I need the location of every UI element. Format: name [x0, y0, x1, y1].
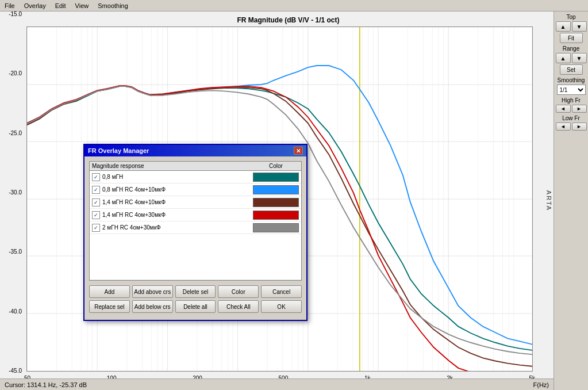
right-panel: Top ▲ ▼ Fit Range ▲ ▼ Set Smoothing 1/1 …: [554, 12, 588, 390]
menu-edit[interactable]: Edit: [53, 2, 68, 10]
delete-sel-button[interactable]: Delete sel: [175, 285, 216, 298]
menu-smoothing[interactable]: Smoothing: [95, 2, 130, 10]
dialog-buttons-row1: Add Add above crs Delete sel Color Cance…: [89, 285, 302, 298]
table-row[interactable]: ✓ 2 мГН RC 4ом+30мкФ: [90, 221, 301, 234]
ok-button[interactable]: OK: [261, 300, 302, 313]
top-down-button[interactable]: ▼: [572, 21, 587, 32]
set-button[interactable]: Set: [560, 64, 583, 75]
row-color-1[interactable]: [253, 185, 299, 194]
row-name-2: 1,4 мГН RC 4ом+10мкФ: [102, 199, 253, 205]
top-label: Top: [566, 14, 575, 20]
row-color-2[interactable]: [253, 198, 299, 207]
dialog-titlebar: FR Overlay Manager ✕: [84, 145, 306, 156]
row-name-3: 1,4 мГН RC 4ом+30мкФ: [102, 212, 253, 218]
smoothing-group: Smoothing 1/1 1/3 1/6 1/12 None: [556, 77, 586, 95]
range-up-button[interactable]: ▲: [556, 53, 571, 63]
fr-overlay-dialog[interactable]: FR Overlay Manager ✕ Magnitude response …: [83, 144, 308, 321]
row-name-1: 0,8 мГН RC 4ом+10мкФ: [102, 186, 253, 193]
top-group: Top ▲ ▼ Fit: [556, 14, 586, 43]
high-fr-label: High Fr: [562, 97, 581, 104]
menubar: File Overlay Edit View Smoothing: [0, 0, 588, 12]
add-above-crs-button[interactable]: Add above crs: [132, 285, 173, 298]
table-row[interactable]: ✓ 0,8 мГН RC 4ом+10мкФ: [90, 183, 301, 196]
color-button[interactable]: Color: [218, 285, 259, 298]
high-fr-group: High Fr ◄ ►: [556, 97, 586, 113]
status-bar: Cursor: 1314.1 Hz, -25.37 dB F(Hz): [0, 378, 554, 390]
table-row[interactable]: ✓ 1,4 мГН RC 4ом+10мкФ: [90, 196, 301, 209]
row-color-4[interactable]: [253, 223, 299, 232]
chart-title: FR Magnitude (dB V/V - 1/1 oct): [2, 14, 551, 25]
dialog-body: Magnitude response Color ✓ 0,8 мГН ✓: [84, 156, 306, 320]
cancel-button[interactable]: Cancel: [261, 285, 302, 298]
range-label: Range: [563, 45, 579, 52]
y-label-5: -40.0: [9, 309, 22, 315]
high-fr-right-button[interactable]: ►: [572, 105, 587, 113]
row-color-0[interactable]: [253, 173, 299, 182]
y-label-6: -45.0: [9, 368, 22, 374]
y-label-0: -15.0: [9, 12, 22, 17]
row-color-3[interactable]: [253, 211, 299, 220]
replace-sel-button[interactable]: Replace sel: [89, 300, 130, 313]
table-header: Magnitude response Color: [90, 162, 301, 171]
add-button[interactable]: Add: [89, 285, 130, 298]
col-magnitude-header: Magnitude response: [92, 163, 253, 169]
row-checkbox-4[interactable]: ✓: [92, 224, 100, 232]
y-label-4: -35.0: [9, 249, 22, 255]
menu-file[interactable]: File: [2, 2, 17, 10]
y-axis: -15.0 -20.0 -25.0 -30.0 -35.0 -40.0 -45.…: [0, 12, 24, 374]
row-name-0: 0,8 мГН: [102, 174, 253, 180]
low-fr-group: Low Fr ◄ ►: [556, 115, 586, 131]
dialog-buttons-row2: Replace sel Add below crs Delete all Che…: [89, 300, 302, 313]
low-fr-right-button[interactable]: ►: [572, 123, 587, 131]
main-area: FR Magnitude (dB V/V - 1/1 oct) -15.0 -2…: [0, 12, 588, 390]
dialog-close-button[interactable]: ✕: [294, 147, 303, 155]
y-label-3: -30.0: [9, 190, 22, 196]
smoothing-label: Smoothing: [558, 77, 585, 83]
range-group: Range ▲ ▼ Set: [556, 45, 586, 75]
dialog-title: FR Overlay Manager: [88, 147, 149, 154]
check-all-button[interactable]: Check All: [218, 300, 259, 313]
low-fr-label: Low Fr: [562, 115, 580, 121]
low-fr-left-button[interactable]: ◄: [556, 123, 571, 131]
freq-unit: F(Hz): [533, 381, 549, 388]
menu-view[interactable]: View: [73, 2, 91, 10]
row-name-4: 2 мГН RC 4ом+30мкФ: [102, 224, 253, 231]
empty-list-area: [90, 234, 301, 280]
chart-container: FR Magnitude (dB V/V - 1/1 oct) -15.0 -2…: [0, 12, 554, 390]
delete-all-button[interactable]: Delete all: [175, 300, 216, 313]
arta-label: ARTA: [545, 190, 552, 211]
cursor-status: Cursor: 1314.1 Hz, -25.37 dB: [5, 381, 87, 388]
y-label-1: -20.0: [9, 71, 22, 77]
add-below-crs-button[interactable]: Add below crs: [132, 300, 173, 313]
fit-button[interactable]: Fit: [560, 33, 583, 43]
row-checkbox-0[interactable]: ✓: [92, 173, 100, 181]
table-row[interactable]: ✓ 1,4 мГН RC 4ом+30мкФ: [90, 209, 301, 221]
top-up-button[interactable]: ▲: [556, 21, 571, 32]
y-label-2: -25.0: [9, 131, 22, 136]
table-row[interactable]: ✓ 0,8 мГН: [90, 171, 301, 183]
high-fr-left-button[interactable]: ◄: [556, 105, 571, 113]
row-checkbox-1[interactable]: ✓: [92, 186, 100, 194]
overlay-table: Magnitude response Color ✓ 0,8 мГН ✓: [89, 161, 302, 281]
row-checkbox-3[interactable]: ✓: [92, 211, 100, 219]
row-checkbox-2[interactable]: ✓: [92, 198, 100, 207]
menu-overlay[interactable]: Overlay: [22, 2, 48, 10]
smoothing-select[interactable]: 1/1 1/3 1/6 1/12 None: [557, 85, 586, 95]
range-down-button[interactable]: ▼: [572, 53, 587, 63]
col-color-header: Color: [253, 163, 299, 169]
